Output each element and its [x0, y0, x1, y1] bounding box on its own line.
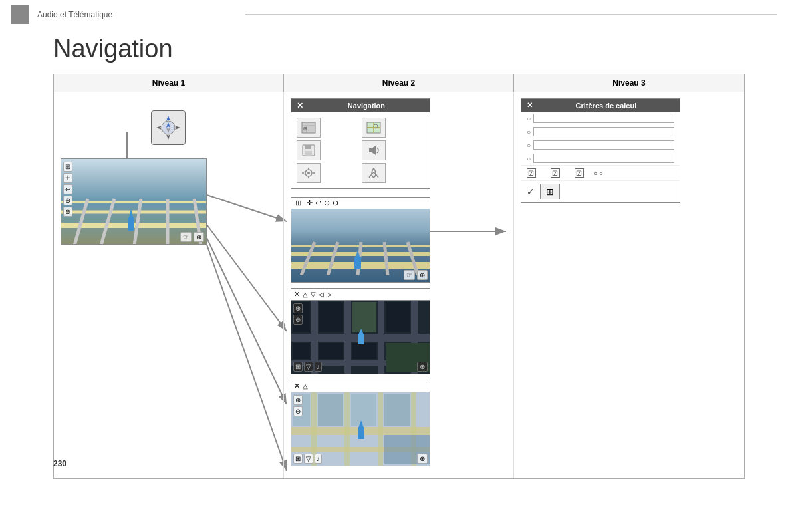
night-map-down[interactable]: ▽: [311, 291, 316, 298]
header-divider: [245, 14, 777, 15]
svg-rect-58: [293, 343, 310, 359]
navigation-menu-box: ✕ Navigation ⊞: [291, 98, 430, 189]
page-title: Navigation: [0, 29, 798, 74]
svg-rect-28: [305, 145, 311, 149]
section-title: Audio et Télématique: [37, 10, 112, 19]
criteres-header: ✕ Critères de calcul: [521, 99, 680, 112]
day3d-map-close[interactable]: ✕: [294, 382, 300, 390]
criteres-close[interactable]: ✕: [527, 101, 533, 110]
map-icon-zoom-out[interactable]: ⊖: [63, 207, 72, 217]
night-map-side-icons: ⊕ ⊖: [293, 303, 303, 325]
level-header: Niveau 1 Niveau 2 Niveau 3: [53, 74, 745, 92]
day3d-icon-down[interactable]: ▽: [304, 454, 313, 464]
day3d-icon-compass[interactable]: ⊕: [417, 454, 428, 464]
map3d-icon-zoomout[interactable]: ⊖: [332, 199, 338, 207]
night-map-right[interactable]: ▷: [327, 291, 332, 298]
svg-marker-4: [156, 126, 162, 130]
radio-pair[interactable]: ○ ○: [593, 170, 603, 177]
column-2: ✕ Navigation ⊞: [284, 92, 514, 478]
level-2-header: Niveau 2: [284, 74, 514, 92]
svg-rect-55: [319, 302, 343, 332]
check-1[interactable]: ☑: [527, 168, 536, 178]
svg-rect-60: [352, 343, 376, 359]
criteres-bottom-row: ✓ ⊞: [521, 180, 680, 202]
map3d-close[interactable]: ⊞: [295, 199, 301, 207]
night-icon-note[interactable]: ♪: [315, 362, 322, 372]
night-icon-down[interactable]: ▽: [304, 362, 313, 372]
svg-rect-77: [358, 427, 364, 439]
column-3: ✕ Critères de calcul ○ ○ ○ ○: [514, 92, 744, 478]
radio-1[interactable]: ○: [527, 115, 531, 122]
criteres-title: Critères de calcul: [538, 102, 674, 110]
night-icon-zoomin[interactable]: ⊕: [293, 303, 303, 313]
nav-item-1[interactable]: ⊞: [297, 118, 321, 138]
header: Audio et Télématique: [0, 0, 798, 29]
map-cursor-icon[interactable]: ☞: [180, 232, 192, 242]
col2-day3d-header: ✕ △: [291, 380, 430, 392]
criteres-input-2[interactable]: [533, 127, 674, 136]
svg-rect-74: [384, 394, 410, 426]
map3d-compass[interactable]: ⊕: [417, 270, 428, 280]
criteres-input-4[interactable]: [533, 154, 674, 163]
map-icon-zoom-in[interactable]: ⊕: [63, 196, 72, 205]
map3d-cursor[interactable]: ☞: [404, 270, 415, 280]
radio-3[interactable]: ○: [527, 142, 531, 149]
map-icon-back[interactable]: ↩: [63, 184, 72, 194]
map-grid-icon[interactable]: ⊞: [540, 184, 560, 200]
svg-rect-18: [128, 217, 134, 231]
nav-item-2[interactable]: [362, 118, 386, 138]
night-map-left[interactable]: ◁: [319, 291, 324, 298]
day3d-side-icons: ⊕ ⊖: [293, 395, 303, 416]
night-map-up[interactable]: △: [303, 291, 308, 298]
svg-rect-56: [352, 302, 376, 332]
day3d-icon-grid[interactable]: ⊞: [293, 454, 303, 464]
check-3[interactable]: ☑: [575, 168, 584, 178]
radio-4[interactable]: ○: [527, 155, 531, 162]
night-icon-compass[interactable]: ⊕: [417, 362, 428, 372]
day3d-icon-note[interactable]: ♪: [315, 454, 322, 464]
check-2[interactable]: ☑: [551, 168, 560, 178]
day3d-map-up[interactable]: △: [303, 382, 308, 390]
criteres-row-2: ○: [521, 125, 680, 138]
night-icon-grid[interactable]: ⊞: [293, 362, 303, 372]
confirm-check[interactable]: ✓: [527, 186, 535, 197]
col2-map-night: ✕ △ ▽ ◁ ▷: [291, 288, 430, 374]
nav-item-6[interactable]: [362, 163, 386, 183]
column-1: ⊞ ✛ ↩ ⊕ ⊖ ☞ ⊕: [54, 92, 284, 478]
night-map-bottom: ⊞ ▽ ♪ ⊕: [293, 362, 428, 372]
day3d-icon-zoomout[interactable]: ⊖: [293, 406, 303, 416]
col2-map-3d-header: ⊞ ✛ ↩ ⊕ ⊖: [291, 198, 430, 209]
svg-rect-59: [319, 343, 343, 359]
map3d-icon-back[interactable]: ↩: [315, 199, 321, 207]
nav-menu-close[interactable]: ✕: [297, 101, 303, 110]
svg-rect-29: [305, 151, 312, 156]
map3d-icon-zoomin[interactable]: ⊕: [324, 199, 330, 207]
map-icon-move[interactable]: ✛: [63, 173, 72, 183]
page-number: 230: [53, 459, 66, 468]
criteres-row-4: ○: [521, 152, 680, 165]
night-icon-zoomout[interactable]: ⊖: [293, 315, 303, 325]
map-compass-icon[interactable]: ⊕: [194, 232, 204, 242]
night-map-close[interactable]: ✕: [294, 290, 300, 299]
nav-item-3[interactable]: [297, 140, 321, 160]
level-1-header: Niveau 1: [54, 74, 284, 92]
day3d-icon-zoomin[interactable]: ⊕: [293, 395, 303, 405]
main-content: Niveau 1 Niveau 2 Niveau 3: [0, 74, 798, 479]
criteres-box: ✕ Critères de calcul ○ ○ ○ ○: [521, 98, 680, 203]
col2-night-header: ✕ △ ▽ ◁ ▷: [291, 289, 430, 301]
svg-rect-62: [358, 334, 364, 344]
nav-item-5[interactable]: [297, 163, 321, 183]
svg-rect-73: [351, 394, 376, 426]
criteres-checks-row: ☑ ☑ ☑ ○ ○: [521, 165, 680, 180]
compass-widget[interactable]: [151, 110, 186, 145]
criteres-input-1[interactable]: [533, 114, 674, 123]
col2-map-3d: ⊞ ✛ ↩ ⊕ ⊖: [291, 197, 430, 283]
criteres-row-1: ○: [521, 112, 680, 125]
map-icon-grid[interactable]: ⊞: [63, 162, 72, 172]
radio-2[interactable]: ○: [527, 128, 531, 136]
map3d-icon-move[interactable]: ✛: [307, 199, 313, 207]
svg-line-12: [74, 199, 88, 245]
nav-item-4[interactable]: [362, 140, 386, 160]
criteres-input-3[interactable]: [533, 140, 674, 150]
svg-marker-2: [166, 116, 170, 121]
